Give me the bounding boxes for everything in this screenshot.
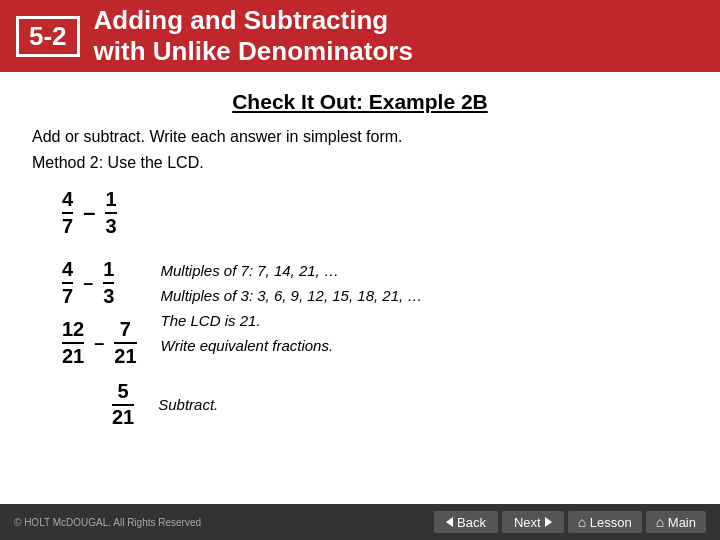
w1r1-num2: 1 [103, 258, 114, 284]
note-line-1: Multiples of 7: 7, 14, 21, … [161, 260, 423, 281]
w2r1-num: 12 [62, 318, 84, 344]
fraction-2-display: 1 3 [105, 188, 116, 238]
frac1-den: 7 [62, 214, 73, 238]
answer-fraction: 5 21 [112, 380, 134, 429]
fraction-display: 4 7 – 1 3 [62, 188, 688, 238]
main-button[interactable]: ⌂ Main [646, 511, 706, 533]
footer-nav: Back Next ⌂ Lesson ⌂ Main [434, 511, 706, 533]
lesson-home-icon: ⌂ [578, 514, 586, 530]
main-label: Main [668, 515, 696, 530]
title-line2: with Unlike Denominators [94, 36, 413, 66]
back-label: Back [457, 515, 486, 530]
fraction-1-display: 4 7 [62, 188, 73, 238]
back-button[interactable]: Back [434, 511, 498, 533]
main-home-icon: ⌂ [656, 514, 664, 530]
lesson-badge: 5-2 [16, 16, 80, 57]
note-line-3: The LCD is 21. [161, 310, 423, 331]
back-arrow-icon [446, 517, 453, 527]
note-line-4: Write equivalent fractions. [161, 335, 423, 356]
work-area: 4 7 – 1 3 12 21 – 7 21 [62, 258, 688, 368]
frac2-num: 1 [105, 188, 116, 214]
w2r1-den: 21 [62, 344, 84, 368]
fractions-column: 4 7 – 1 3 12 21 – 7 21 [62, 258, 137, 368]
footer: © HOLT McDOUGAL. All Rights Reserved Bac… [0, 504, 720, 540]
copyright-text: © HOLT McDOUGAL. All Rights Reserved [14, 517, 201, 528]
minus-display: – [83, 200, 95, 226]
work-frac1-row1: 4 7 [62, 258, 73, 308]
next-arrow-icon [545, 517, 552, 527]
header: 5-2 Adding and Subtracting with Unlike D… [0, 0, 720, 72]
work-row-2: 12 21 – 7 21 [62, 318, 137, 368]
badge-text: 5-2 [29, 21, 67, 51]
next-button[interactable]: Next [502, 511, 564, 533]
lesson-label: Lesson [590, 515, 632, 530]
answer-row: 5 21 Subtract. [62, 380, 688, 429]
frac2-den: 3 [105, 214, 116, 238]
note-line-2: Multiples of 3: 3, 6, 9, 12, 15, 18, 21,… [161, 285, 423, 306]
w1r1-den: 7 [62, 284, 73, 308]
work-frac2-row2: 7 21 [114, 318, 136, 368]
w2r1-num2: 7 [114, 318, 136, 344]
work-row-1: 4 7 – 1 3 [62, 258, 137, 308]
ans-den: 21 [112, 406, 134, 429]
w2r1-den2: 21 [114, 344, 136, 368]
w-minus-1: – [83, 273, 93, 294]
section-title: Check It Out: Example 2B [32, 90, 688, 114]
w-minus-2: – [94, 333, 104, 354]
notes-column: Multiples of 7: 7, 14, 21, … Multiples o… [161, 260, 423, 356]
header-title: Adding and Subtracting with Unlike Denom… [94, 5, 413, 67]
main-content: Check It Out: Example 2B Add or subtract… [0, 72, 720, 439]
answer-note: Subtract. [158, 396, 218, 413]
frac1-num: 4 [62, 188, 73, 214]
next-label: Next [514, 515, 541, 530]
w1r1-den2: 3 [103, 284, 114, 308]
work-frac2-row1: 1 3 [103, 258, 114, 308]
lesson-button[interactable]: ⌂ Lesson [568, 511, 642, 533]
w1r1-num: 4 [62, 258, 73, 284]
title-line1: Adding and Subtracting [94, 5, 389, 35]
instruction-text: Add or subtract. Write each answer in si… [32, 128, 688, 146]
work-frac1-row2: 12 21 [62, 318, 84, 368]
ans-num: 5 [112, 380, 134, 406]
method-label: Method 2: Use the LCD. [32, 154, 688, 172]
